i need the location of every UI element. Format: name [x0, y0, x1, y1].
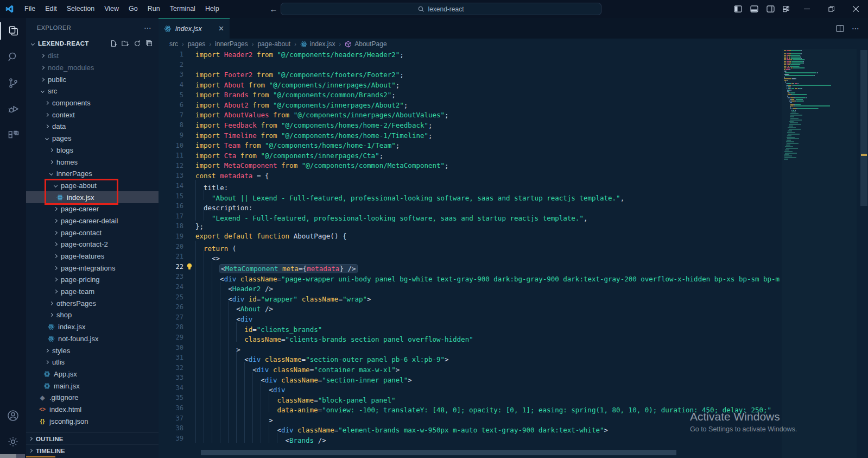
code-line-13[interactable]: 13const metadata = { [159, 171, 868, 181]
tree-item-shop[interactable]: shop [26, 309, 159, 321]
code-line-23[interactable]: 23<div className="page-wrapper uni-body … [159, 272, 868, 282]
code-line-9[interactable]: 9import Timeline from "@/components/home… [159, 130, 868, 141]
code-line-4[interactable]: 4import About from "@/components/innerpa… [159, 80, 868, 90]
account-icon[interactable] [0, 403, 26, 429]
breadcrumb-item-innerpages[interactable]: innerPages [215, 40, 248, 48]
code-line-11[interactable]: 11import Cta from "@/components/innerpag… [159, 150, 868, 161]
code-line-3[interactable]: 3import Footer2 from "@/components/foote… [159, 70, 868, 80]
tree-item-main.jsx[interactable]: main.jsx [26, 380, 159, 392]
code-line-5[interactable]: 5import Brands from "@/components/common… [159, 90, 868, 100]
code-line-17[interactable]: 17"Lexend - Full-featured, professional-… [159, 211, 868, 222]
code-line-10[interactable]: 10import Team from "@/components/homes/h… [159, 140, 868, 150]
menu-selection[interactable]: Selection [62, 0, 99, 18]
code-line-6[interactable]: 6import About2 from "@/components/innerp… [159, 100, 868, 110]
menu-go[interactable]: Go [124, 0, 143, 18]
tree-item-page-career-detail[interactable]: page-career-detail [26, 215, 159, 227]
outline-pane-header[interactable]: OUTLINE [26, 432, 159, 444]
code-line-2[interactable]: 2 [159, 60, 868, 70]
project-root-row[interactable]: LEXEND-REACT [26, 37, 159, 50]
toggle-panel-icon[interactable] [746, 0, 762, 18]
tab-index-jsx[interactable]: index.jsx ✕ [159, 18, 230, 39]
close-tab-icon[interactable]: ✕ [218, 24, 224, 33]
tree-item-index.jsx[interactable]: index.jsx [26, 191, 159, 203]
vertical-scrollbar[interactable] [860, 49, 868, 458]
tree-item-pages[interactable]: pages [26, 133, 159, 145]
tree-item-data[interactable]: data [26, 121, 159, 133]
tree-item-blogs[interactable]: blogs [26, 145, 159, 156]
toggle-primary-sidebar-icon[interactable] [730, 0, 746, 18]
menu-edit[interactable]: Edit [40, 0, 62, 18]
tree-item-context[interactable]: context [26, 109, 159, 121]
code-line-25[interactable]: 25<div id="wrapper" className="wrap"> [159, 292, 868, 302]
editor-more-actions-icon[interactable]: ⋯ [852, 24, 859, 33]
go-back-icon[interactable]: ← [270, 4, 278, 14]
source-control-view-icon[interactable] [0, 70, 26, 96]
tree-item-index.html[interactable]: <>index.html [26, 404, 159, 416]
tree-item-page-team[interactable]: page-team [26, 286, 159, 298]
close-window-button[interactable] [844, 0, 868, 18]
search-view-icon[interactable] [0, 44, 26, 70]
minimize-button[interactable] [795, 0, 819, 18]
breadcrumb-item-pages[interactable]: pages [188, 40, 206, 48]
tree-item-styles[interactable]: styles [26, 344, 159, 356]
horizontal-scrollbar[interactable] [201, 450, 676, 455]
code-line-32[interactable]: 32<div className="container max-w-xl"> [159, 362, 868, 373]
code-line-34[interactable]: 34<div [159, 383, 868, 393]
timeline-pane-header[interactable]: TIMELINE [26, 444, 159, 456]
collapse-folders-icon[interactable] [145, 40, 153, 47]
search-command-center[interactable]: lexend-react [281, 3, 601, 15]
tree-item-page-contact[interactable]: page-contact [26, 227, 159, 239]
explorer-more-actions-icon[interactable]: ⋯ [144, 23, 152, 32]
breadcrumb-item-src[interactable]: src [169, 40, 178, 48]
code-line-28[interactable]: 28id="clients_brands" [159, 322, 868, 332]
minimap[interactable] [782, 49, 857, 458]
code-line-20[interactable]: 20return ( [159, 241, 868, 252]
code-line-26[interactable]: 26<About /> [159, 302, 868, 312]
code-line-14[interactable]: 14title: [159, 181, 868, 191]
tree-item-public[interactable]: public [26, 73, 159, 85]
settings-gear-icon[interactable] [0, 429, 26, 455]
tree-item-page-features[interactable]: page-features [26, 250, 159, 262]
tree-item-page-contact-2[interactable]: page-contact-2 [26, 239, 159, 250]
menu-help[interactable]: Help [200, 0, 224, 18]
menu-terminal[interactable]: Terminal [165, 0, 200, 18]
code-line-22[interactable]: 22<MetaComponent meta={metadata} /> [159, 261, 868, 272]
new-file-icon[interactable] [110, 40, 117, 47]
code-line-12[interactable]: 12import MetaComponent from "@/component… [159, 161, 868, 171]
tree-item-homes[interactable]: homes [26, 156, 159, 168]
code-line-19[interactable]: 19export default function AboutPage() { [159, 231, 868, 242]
tree-item-components[interactable]: components [26, 97, 159, 109]
code-editor[interactable]: 1import Header2 from "@/components/heade… [159, 49, 868, 458]
code-line-18[interactable]: 18}; [159, 221, 868, 231]
code-line-7[interactable]: 7import AboutValues from "@/components/i… [159, 110, 868, 121]
menu-file[interactable]: File [20, 0, 40, 18]
menu-view[interactable]: View [99, 0, 124, 18]
code-line-31[interactable]: 31<div className="section-outer panel pb… [159, 353, 868, 363]
tree-item-page-about[interactable]: page-about [26, 180, 159, 192]
extensions-view-icon[interactable] [0, 122, 26, 148]
code-line-35[interactable]: 35className="block-panel panel" [159, 393, 868, 403]
split-editor-icon[interactable] [836, 25, 844, 32]
code-line-1[interactable]: 1import Header2 from "@/components/heade… [159, 49, 868, 60]
tree-item-index.jsx[interactable]: index.jsx [26, 321, 159, 333]
tree-item-page-integrations[interactable]: page-integrations [26, 262, 159, 274]
menu-run[interactable]: Run [143, 0, 165, 18]
run-debug-view-icon[interactable] [0, 96, 26, 122]
tree-item-utlis[interactable]: utlis [26, 356, 159, 368]
lightbulb-icon[interactable] [183, 263, 195, 271]
toggle-secondary-sidebar-icon[interactable] [762, 0, 778, 18]
customize-layout-icon[interactable] [778, 0, 795, 18]
tree-item-jsconfig.json[interactable]: {}jsconfig.json [26, 415, 159, 427]
refresh-icon[interactable] [134, 40, 141, 47]
code-line-29[interactable]: 29className="clients-brands section pane… [159, 332, 868, 343]
tree-item-page-career[interactable]: page-career [26, 203, 159, 215]
tree-item-src[interactable]: src [26, 85, 159, 97]
tree-item-innerPages[interactable]: innerPages [26, 168, 159, 180]
code-line-15[interactable]: 15"About || Lexend - Full-featured, prof… [159, 191, 868, 201]
restore-button[interactable] [819, 0, 844, 18]
code-line-8[interactable]: 8import Feedback from "@/components/home… [159, 120, 868, 130]
code-line-21[interactable]: 21<> [159, 252, 868, 262]
tree-item-page-pricing[interactable]: page-pricing [26, 274, 159, 286]
tree-item-App.jsx[interactable]: App.jsx [26, 368, 159, 380]
code-line-27[interactable]: 27<div [159, 312, 868, 322]
